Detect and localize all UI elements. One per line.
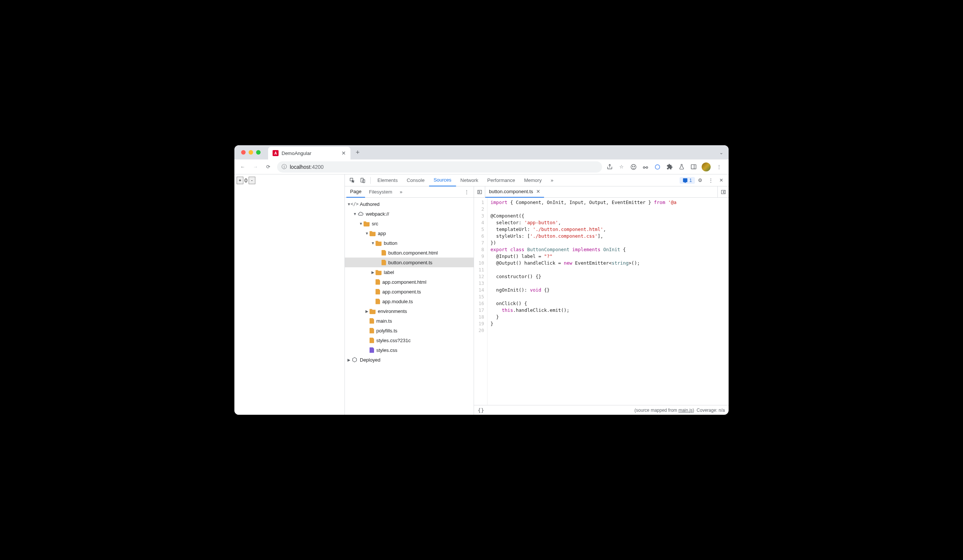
browser-window: A DemoAngular ✕ + ⌄ ← → ⟳ ⓘ localhost:42… <box>234 145 729 415</box>
tab-performance[interactable]: Performance <box>483 175 519 186</box>
toolbar-icons: ☆ ⋮ <box>606 162 723 172</box>
tree-deployed[interactable]: ▶Deployed <box>345 355 473 364</box>
titlebar: A DemoAngular ✕ + ⌄ <box>234 145 729 159</box>
increment-button[interactable]: + <box>237 177 243 184</box>
tree-styles[interactable]: styles.css <box>345 345 473 355</box>
inspect-element-icon[interactable] <box>347 177 358 183</box>
navigator-tab-filesystem[interactable]: Filesystem <box>365 186 396 197</box>
folder-icon <box>370 308 376 314</box>
site-info-icon[interactable]: ⓘ <box>282 163 287 170</box>
extension-glasses-icon[interactable] <box>642 163 649 171</box>
chrome-menu-icon[interactable]: ⋮ <box>715 163 723 171</box>
close-tab-icon[interactable]: ✕ <box>342 150 346 156</box>
tabs-overflow-icon[interactable]: » <box>546 175 558 186</box>
svg-point-5 <box>655 165 660 169</box>
minimize-window-icon[interactable] <box>249 150 253 155</box>
tree-app[interactable]: ▼app <box>345 228 473 238</box>
file-icon <box>376 299 380 304</box>
navigator-menu-icon[interactable]: ⋮ <box>461 189 472 195</box>
close-editor-tab-icon[interactable]: ✕ <box>536 189 540 194</box>
file-icon <box>381 250 386 256</box>
cube-icon <box>352 357 358 363</box>
maximize-window-icon[interactable] <box>256 150 261 155</box>
source-map-link[interactable]: main.js <box>678 408 693 413</box>
browser-tab[interactable]: A DemoAngular ✕ <box>268 147 350 159</box>
format-button[interactable]: {} <box>478 407 484 413</box>
tree-webpack[interactable]: ▼webpack:// <box>345 209 473 218</box>
tree-app-ts[interactable]: app.component.ts <box>345 287 473 296</box>
issues-count: 1 <box>689 178 692 183</box>
devtools-panel: Elements Console Sources Network Perform… <box>345 175 729 415</box>
decrement-button[interactable]: - <box>249 177 255 184</box>
tree-authored[interactable]: ▼</>Authored <box>345 199 473 209</box>
tree-label-folder[interactable]: ▶label <box>345 267 473 277</box>
close-window-icon[interactable] <box>241 150 246 155</box>
code-icon: </> <box>352 201 358 207</box>
line-gutter: 1234567891011121314151617181920 <box>474 197 488 405</box>
file-icon <box>370 318 374 324</box>
toggle-navigator-icon[interactable] <box>474 186 485 197</box>
file-icon <box>381 260 386 265</box>
folder-icon <box>376 240 381 246</box>
tree-app-html[interactable]: app.component.html <box>345 277 473 287</box>
toggle-debugger-icon[interactable] <box>717 186 729 197</box>
navigator-tabs: Page Filesystem » ⋮ <box>345 186 473 197</box>
sources-navigator: Page Filesystem » ⋮ ▼</>Authored ▼webpac… <box>345 186 474 415</box>
tab-elements[interactable]: Elements <box>373 175 402 186</box>
file-tree: ▼</>Authored ▼webpack:// ▼src ▼app ▼butt… <box>345 197 473 415</box>
tree-styles-q[interactable]: styles.css?231c <box>345 335 473 345</box>
tree-environments[interactable]: ▶environments <box>345 306 473 316</box>
tree-button-html[interactable]: button.component.html <box>345 248 473 257</box>
tab-console[interactable]: Console <box>402 175 429 186</box>
navigator-overflow-icon[interactable]: » <box>398 189 405 195</box>
svg-point-3 <box>643 167 645 168</box>
close-devtools-icon[interactable]: ✕ <box>716 177 726 183</box>
tab-memory[interactable]: Memory <box>520 175 546 186</box>
tree-button-ts[interactable]: button.component.ts <box>345 257 473 267</box>
window-controls <box>241 150 261 155</box>
svg-rect-6 <box>691 165 696 169</box>
device-toolbar-icon[interactable] <box>358 177 368 183</box>
address-bar: ← → ⟳ ⓘ localhost:4200 ☆ ⋮ <box>234 159 729 175</box>
forward-button[interactable]: → <box>250 162 261 172</box>
folder-icon <box>363 220 370 227</box>
bookmark-icon[interactable]: ☆ <box>618 163 625 171</box>
file-icon <box>370 338 374 343</box>
settings-icon[interactable]: ⚙ <box>695 177 705 183</box>
tree-button-folder[interactable]: ▼button <box>345 238 473 248</box>
content-area: + 0 - Elements Console Sources Network P… <box>234 175 729 415</box>
devtools-menu-icon[interactable]: ⋮ <box>705 177 716 183</box>
counter-value: 0 <box>244 177 248 183</box>
tree-polyfills[interactable]: polyfills.ts <box>345 326 473 335</box>
statusbar-right: (source mapped from main.js) Coverage: n… <box>635 408 725 413</box>
editor-statusbar: {} (source mapped from main.js) Coverage… <box>474 405 729 415</box>
svg-point-1 <box>632 166 633 167</box>
reload-button[interactable]: ⟳ <box>263 162 273 172</box>
separator <box>370 177 371 184</box>
svg-point-2 <box>634 166 635 167</box>
editor-panel: button.component.ts ✕ 123456789101112131… <box>474 186 729 415</box>
tab-network[interactable]: Network <box>456 175 483 186</box>
code-editor[interactable]: 1234567891011121314151617181920 import {… <box>474 197 729 405</box>
editor-tab[interactable]: button.component.ts ✕ <box>485 186 544 197</box>
tab-title: DemoAngular <box>282 151 339 156</box>
tree-main[interactable]: main.ts <box>345 316 473 326</box>
tree-src[interactable]: ▼src <box>345 218 473 228</box>
tabs-dropdown-icon[interactable]: ⌄ <box>719 150 723 155</box>
file-icon <box>376 279 380 285</box>
profile-avatar[interactable] <box>702 162 711 172</box>
new-tab-button[interactable]: + <box>350 149 365 157</box>
url-input[interactable]: ⓘ localhost:4200 <box>277 161 602 173</box>
tree-app-module[interactable]: app.module.ts <box>345 296 473 306</box>
extension-incognito-icon[interactable] <box>630 163 637 171</box>
issues-button[interactable]: 1 <box>679 177 695 184</box>
extension-panel-icon[interactable] <box>690 163 697 171</box>
extension-labs-icon[interactable] <box>678 163 685 171</box>
share-icon[interactable] <box>606 163 613 171</box>
tab-sources[interactable]: Sources <box>429 175 456 186</box>
extension-webhint-icon[interactable] <box>654 163 661 171</box>
code-content[interactable]: import { Component, OnInit, Input, Outpu… <box>488 197 679 405</box>
extensions-icon[interactable] <box>666 163 673 171</box>
navigator-tab-page[interactable]: Page <box>346 186 365 197</box>
back-button[interactable]: ← <box>237 162 248 172</box>
